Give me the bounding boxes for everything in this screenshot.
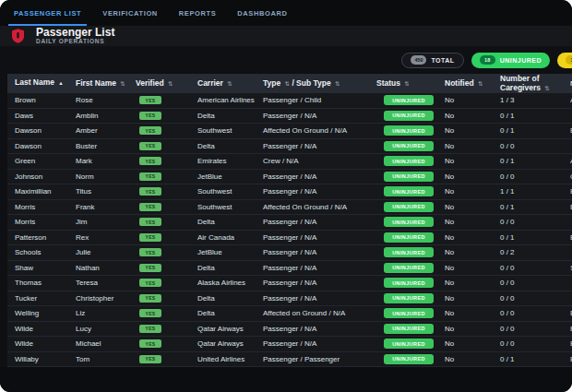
column-header-notified[interactable]: Notified ⇅ [441, 79, 496, 89]
filter-uninjured-button[interactable]: 18 UNINJURED [471, 53, 550, 68]
tab-passenger-list[interactable]: PASSENGER LIST [8, 0, 87, 26]
table-row[interactable]: Johnson Norm YES JetBlue Passenger / N/A… [7, 170, 572, 185]
table-row[interactable]: Daws Amblin YES Delta Passenger / N/A UN… [7, 109, 572, 125]
cell-status: UNINJURED [373, 95, 441, 105]
cell-carrier: Delta [194, 309, 259, 317]
cell-notified: No [441, 142, 496, 150]
cell-last-name: Tucker [11, 294, 72, 303]
cell-status: UNINJURED [373, 308, 441, 318]
column-header-first-name[interactable]: First Name ⇅ [72, 79, 132, 89]
cell-status: UNINJURED [373, 339, 441, 349]
verified-yes-badge: YES [139, 264, 161, 272]
status-uninjured-badge: UNINJURED [384, 95, 434, 105]
verified-yes-badge: YES [139, 142, 161, 150]
cell-last-name: Dawson [11, 126, 72, 135]
tab-verification[interactable]: VERIFICATION [97, 0, 163, 26]
cell-last-name: Maximillian [11, 187, 72, 196]
tab-reports[interactable]: REPORTS [173, 0, 221, 26]
verified-yes-badge: YES [139, 112, 161, 120]
table-row[interactable]: Maximillian Titus YES Southwest Passenge… [7, 184, 572, 200]
table-row[interactable]: Willaby Tom YES United Airlines Passenge… [7, 352, 572, 368]
table-row[interactable]: Tucker Christopher YES Delta Passenger /… [7, 291, 572, 307]
column-label: Number of Caregivers [500, 74, 542, 92]
status-uninjured-badge: UNINJURED [384, 354, 434, 364]
cell-clipped-overflow: B [568, 309, 572, 317]
column-header-verified[interactable]: Verified ⇅ [132, 79, 194, 89]
sort-both-icon: ⇅ [120, 80, 125, 87]
table-row[interactable]: Patterson Rex YES Air Canada Passenger /… [7, 231, 572, 246]
cell-first-name: Amblin [72, 112, 132, 120]
cell-type-subtype: Passenger / Child [259, 96, 373, 104]
table-row[interactable]: Welling Liz YES Delta Affected on Ground… [7, 306, 572, 322]
cell-verified: YES [132, 157, 194, 165]
uninjured-count-badge: 18 [480, 55, 495, 65]
status-uninjured-badge: UNINJURED [384, 156, 434, 166]
column-header-clipped: N [568, 79, 572, 89]
cell-type-subtype: Affected on Ground / N/A [259, 309, 373, 317]
cell-caregivers: 0 / 2 [496, 248, 568, 256]
cell-verified: YES [132, 126, 194, 135]
column-header-number-of-caregivers[interactable]: Number of Caregivers ⇅ [496, 75, 568, 92]
cell-notified: No [441, 96, 496, 104]
cell-first-name: Frank [72, 203, 132, 211]
cell-verified: YES [132, 309, 194, 317]
verified-yes-badge: YES [139, 172, 161, 181]
table-row[interactable]: Green Mark YES Emirates Crew / N/A UNINJ… [7, 154, 572, 170]
filter-total-button[interactable]: 450 TOTAL [401, 53, 463, 68]
cell-caregivers: 0 / 1 [496, 233, 568, 242]
sort-both-icon: ⇅ [478, 80, 483, 87]
table-row[interactable]: Shaw Nathan YES Delta Passenger / N/A UN… [7, 261, 572, 277]
cell-status: UNINJURED [373, 278, 441, 288]
column-header-last-name[interactable]: Last Name ▲ [11, 78, 72, 89]
bottom-spacer [0, 367, 572, 392]
cell-carrier: Qatar Airways [194, 339, 259, 348]
table-row[interactable]: Brown Rose YES American Airlines Passeng… [7, 93, 572, 109]
cell-first-name: Michael [72, 339, 132, 348]
cell-type-subtype: Passenger / N/A [259, 264, 373, 272]
cell-first-name: Rose [72, 96, 132, 104]
cell-status: UNINJURED [373, 247, 441, 257]
cell-carrier: Qatar Airways [194, 325, 259, 333]
column-header-type[interactable]: Type ⇅ / Sub Type ⇅ [259, 79, 373, 89]
cell-clipped-overflow: B [568, 325, 572, 333]
cell-verified: YES [132, 112, 194, 120]
cell-caregivers: 0 / 0 [496, 142, 568, 150]
cell-type-subtype: Passenger / N/A [259, 279, 373, 287]
table-row[interactable]: Dawson Buster YES Delta Passenger / N/A … [7, 139, 572, 155]
status-uninjured-badge: UNINJURED [384, 172, 434, 182]
filter-clipped-yellow-button[interactable]: 14 [557, 53, 572, 68]
cell-last-name: Willaby [11, 355, 72, 363]
column-label: Carrier [197, 78, 225, 88]
filter-bar: 450 TOTAL 18 UNINJURED 14 [0, 46, 572, 74]
column-label: Last Name [15, 77, 56, 87]
table-row[interactable]: Wilde Michael YES Qatar Airways Passenge… [7, 337, 572, 352]
table-row[interactable]: Wilde Lucy YES Qatar Airways Passenger /… [7, 322, 572, 338]
table-row[interactable]: Morris Frank YES Southwest Affected On G… [7, 200, 572, 216]
main-nav: PASSENGER LIST VERIFICATION REPORTS DASH… [0, 0, 572, 26]
cell-verified: YES [132, 279, 194, 287]
cell-status: UNINJURED [373, 156, 441, 166]
cell-first-name: Christopher [72, 294, 132, 303]
cell-last-name: Morris [11, 218, 72, 226]
verified-yes-badge: YES [139, 233, 161, 242]
table-body: Brown Rose YES American Airlines Passeng… [7, 93, 572, 367]
table-row[interactable]: Schools Julie YES JetBlue Passenger / N/… [7, 245, 572, 261]
table-row[interactable]: Morris Jim YES Delta Passenger / N/A UNI… [7, 215, 572, 231]
cell-first-name: Rex [72, 233, 132, 242]
table-header-row: Last Name ▲First Name ⇅Verified ⇅Carrier… [7, 74, 572, 93]
verified-yes-badge: YES [139, 203, 161, 211]
cell-caregivers: 0 / 0 [496, 339, 568, 348]
cell-last-name: Dawson [11, 142, 72, 150]
cell-last-name: Thomas [11, 279, 72, 287]
cell-carrier: JetBlue [194, 248, 259, 256]
table-row[interactable]: Dawson Amber YES Southwest Affected On G… [7, 124, 572, 139]
cell-status: UNINJURED [373, 172, 441, 182]
cell-first-name: Buster [72, 142, 132, 150]
column-header-status[interactable]: Status ⇅ [373, 79, 441, 89]
sort-both-icon: ⇅ [404, 80, 409, 87]
cell-carrier: Southwest [194, 187, 259, 196]
table-row[interactable]: Thomas Teresa YES Alaska Airlines Passen… [7, 276, 572, 291]
cell-carrier: Emirates [194, 157, 259, 165]
tab-dashboard[interactable]: DASHBOARD [232, 0, 292, 26]
column-header-carrier[interactable]: Carrier ⇅ [194, 79, 259, 89]
